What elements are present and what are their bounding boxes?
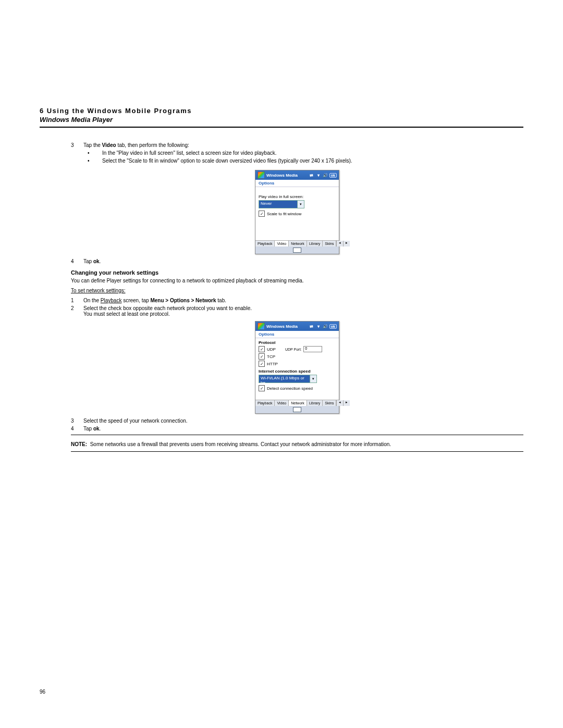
scale-checkbox-row[interactable]: ✓ Scale to fit window [259,211,336,217]
dropdown-arrow-icon[interactable]: ▾ [297,201,304,208]
tab-video[interactable]: Video [275,400,289,406]
volume-icon: 🔊 [323,324,328,329]
note-divider-bottom [71,451,523,452]
tab-library[interactable]: Library [307,400,323,406]
note-prefix: NOTE: [71,441,87,447]
sip-bar [255,246,339,254]
options-header: Options [255,180,339,187]
phone-titlebar: Windows Media ⇄ ▾ 🔊 ok [255,322,339,331]
connectivity-icon: ⇄ [309,172,314,178]
detect-speed-checkbox[interactable]: ✓ Detect connection speed [259,385,336,391]
tab-skins[interactable]: Skins [323,400,336,406]
step-text: Select the speed of your network connect… [83,418,523,424]
titlebar-title: Windows Media [266,324,298,329]
tab-video[interactable]: Video [275,241,289,246]
checkbox-icon[interactable]: ✓ [259,361,265,367]
signal-icon: ▾ [316,172,321,178]
step-3: 3 Tap the Video tab, then perform the fo… [71,142,523,166]
bullet-list: In the "Play video in full screen" list,… [95,150,523,164]
checkbox-icon[interactable]: ✓ [259,211,265,217]
udp-checkbox[interactable]: ✓ UDP [259,346,276,352]
http-checkbox[interactable]: ✓ HTTP [259,361,336,367]
bullet-item: In the "Play video in full screen" list,… [95,150,523,156]
protocol-label: Protocol [259,340,336,345]
procedure-heading: To set network settings: [71,288,523,293]
divider [40,127,523,128]
select-value: Wi-Fi/LAN (1.0 Mbps or be [259,375,310,382]
checkbox-label: Scale to fit window [267,212,301,216]
checkbox-label: HTTP [267,362,278,366]
chapter-title: Using the Windows Mobile Programs [47,107,192,115]
step-number: 3 [71,142,83,166]
page: 6 Using the Windows Mobile Programs Wind… [0,0,563,728]
tab-scroll-right-icon[interactable]: ▸ [343,241,350,246]
titlebar-title: Windows Media [266,173,298,178]
note-body: Some networks use a firewall that preven… [90,441,391,447]
step-3b: 3 Select the speed of your network conne… [71,418,523,431]
chapter-header: 6 Using the Windows Mobile Programs Wind… [40,107,523,128]
tab-scroll-left-icon[interactable]: ◂ [336,400,343,406]
step-number: 1 [71,298,83,303]
paragraph: You can define Player settings for conne… [71,278,523,283]
figure-video-options: Windows Media ⇄ ▾ 🔊 ok Options Play vide… [255,170,339,254]
signal-icon: ▾ [316,324,321,329]
select-value: Never [259,201,297,208]
checkbox-label: TCP [267,354,275,359]
tab-bar: Playback Video Network Library Skins ◂ ▸ [255,400,339,406]
tab-playback[interactable]: Playback [255,241,275,246]
checkbox-label: UDP [267,347,276,352]
play-video-label: Play video in full screen: [259,194,336,199]
keyboard-icon[interactable] [293,407,301,412]
tab-scroll-left-icon[interactable]: ◂ [336,241,343,246]
ok-button[interactable]: ok [329,173,337,178]
speed-label: Internet connection speed [259,369,336,374]
sip-bar [255,406,339,413]
note-divider-top [71,435,523,435]
note-paragraph: NOTE: Some networks use a firewall that … [71,441,523,447]
udp-row: ✓ UDP UDP Port: 0 [259,346,336,352]
options-header: Options [255,331,339,338]
step-text: Select the check box opposite each netwo… [83,305,523,317]
tab-network[interactable]: Network [289,400,307,406]
tab-scroll-nav: ◂ ▸ [336,400,350,406]
volume-icon: 🔊 [323,172,328,178]
checkbox-icon[interactable]: ✓ [259,353,265,360]
tab-bar: Playback Video Network Library Skins ◂ ▸ [255,240,339,246]
step-number: 3 [71,418,83,424]
windows-flag-icon [258,323,265,330]
step-text: Tap ok. [83,258,523,264]
connection-speed-select[interactable]: Wi-Fi/LAN (1.0 Mbps or be ▾ [259,375,317,383]
connectivity-icon: ⇄ [309,324,314,329]
tab-network[interactable]: Network [289,241,307,246]
keyboard-icon[interactable] [293,248,301,253]
udp-port-label: UDP Port: [285,348,301,351]
network-steps: 1 On the Playback screen, tap Menu > Opt… [71,298,523,317]
tab-skins[interactable]: Skins [323,241,336,246]
chapter-line: 6 Using the Windows Mobile Programs [40,107,523,115]
section-title: Windows Media Player [40,116,523,124]
step-number: 4 [71,426,83,431]
body-content: 3 Tap the Video tab, then perform the fo… [71,142,523,452]
step-text: On the Playback screen, tap Menu > Optio… [83,298,523,303]
udp-port-field[interactable]: 0 [303,346,322,352]
ok-button[interactable]: ok [329,324,337,329]
dropdown-arrow-icon[interactable]: ▾ [310,375,316,382]
checkbox-label: Detect connection speed [267,386,313,391]
page-number: 96 [40,689,45,695]
full-screen-select[interactable]: Never ▾ [259,200,304,208]
step-text: Tap the Video tab, then perform the foll… [83,142,523,166]
step-number: 2 [71,305,83,317]
checkbox-icon[interactable]: ✓ [259,385,265,391]
windows-flag-icon [258,171,265,179]
checkbox-icon[interactable]: ✓ [259,346,265,352]
chapter-number: 6 [40,107,44,115]
step-number: 4 [71,258,83,264]
tab-scroll-right-icon[interactable]: ▸ [343,400,350,406]
subheading-network: Changing your network settings [71,269,523,276]
tab-library[interactable]: Library [307,241,323,246]
tcp-checkbox[interactable]: ✓ TCP [259,353,336,360]
tab-playback[interactable]: Playback [255,400,275,406]
phone-titlebar: Windows Media ⇄ ▾ 🔊 ok [255,170,339,180]
figure-network-options: Windows Media ⇄ ▾ 🔊 ok Options Protocol … [255,321,339,414]
step-text: Tap ok. [83,426,523,431]
